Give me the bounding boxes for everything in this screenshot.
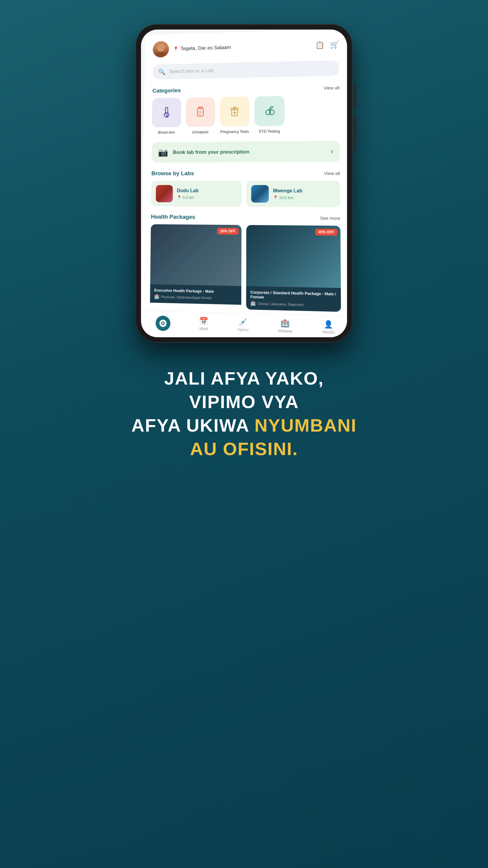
prescription-banner[interactable]: 📷 Book lab from your prescription › (152, 141, 340, 162)
tagline-line2: VIPIMO VYA (189, 392, 299, 412)
search-icon: 🔍 (158, 68, 166, 76)
executive-pkg-img: 20% OFF (150, 224, 241, 286)
camera-icon: 📷 (158, 147, 168, 157)
dudu-lab-distance: 📍 5.0 km (177, 195, 198, 199)
search-bar[interactable]: 🔍 Search test or a Lab (153, 60, 339, 80)
packages-title: Health Packages (151, 213, 195, 220)
category-std[interactable]: STD Testing (254, 96, 284, 133)
corporate-discount-badge: 45% OFF (315, 229, 337, 236)
services-icon-2: 🏥 (250, 301, 255, 306)
dudu-lab-img (156, 185, 173, 202)
madawa-icon: 🏥 (281, 319, 290, 328)
header-icons: 📋 🛒 (315, 40, 339, 50)
tagline-highlight1: NYUMBANI (255, 415, 357, 435)
phone-btn-right-top (354, 84, 356, 108)
blood-test-label: Blood test (158, 130, 175, 134)
nav-item-madawa[interactable]: 🏥 Madawa (278, 318, 293, 335)
vipimo-icon: 💉 (238, 318, 247, 327)
executive-discount-badge: 20% OFF (217, 228, 238, 235)
std-label: STD Testing (259, 129, 280, 134)
packages-header: Health Packages See more (151, 213, 340, 221)
dudu-lab-info: Dudu Lab 📍 5.0 km (177, 188, 198, 199)
executive-pkg-name: Executive Health Package - Male (154, 288, 237, 294)
distance-pin-icon: 📍 (177, 195, 182, 199)
miadi-icon: 📅 (199, 317, 208, 326)
wasifu-label: Wasiifu (322, 330, 335, 335)
phone-wrapper: 📍 Tegeta, Dar es Salaam 📋 🛒 🔍 Search tes… (135, 24, 352, 343)
chevron-right-icon: › (331, 147, 333, 155)
tagline-line4: AU OFISINI. (190, 439, 298, 459)
search-section: 🔍 Search test or a Lab (144, 58, 347, 84)
phone-frame: 📍 Tegeta, Dar es Salaam 📋 🛒 🔍 Search tes… (135, 24, 352, 343)
corporate-pkg-name: Corporate / Standard Health Package - Ma… (250, 290, 336, 301)
svg-rect-4 (197, 108, 203, 116)
tagline-line1: JALI AFYA YAKO, (164, 368, 324, 389)
bottom-tagline: JALI AFYA YAKO, VIPIMO VYA AFYA UKIWA NY… (101, 367, 387, 461)
home-icon-active (156, 315, 171, 331)
category-pregnancy[interactable]: Pregnancy Tests (220, 96, 250, 134)
mwenge-lab-distance: 📍 10.0 km (273, 195, 302, 200)
labs-header: Browse by Labs View all (152, 170, 340, 177)
categories-title: Categories (153, 87, 181, 94)
services-icon-1: 🏥 (154, 294, 159, 299)
mwenge-lab-name: Mwenge Lab (273, 188, 302, 193)
prescription-icon-header[interactable]: 📋 (315, 41, 325, 49)
avatar[interactable] (153, 41, 169, 58)
miadi-label: Miadi (199, 327, 208, 331)
mwenge-lab-info: Mwenge Lab 📍 10.0 km (273, 188, 302, 200)
location-text: Tegeta, Dar es Salaam (181, 44, 231, 52)
corporate-pkg-info: Corporate / Standard Health Package - Ma… (246, 286, 341, 312)
header: 📍 Tegeta, Dar es Salaam 📋 🛒 (144, 30, 347, 62)
pregnancy-icon-box (220, 96, 250, 127)
package-card-corporate[interactable]: 45% OFF Corporate / Standard Health Pack… (246, 225, 341, 312)
nav-item-wasifu[interactable]: 👤 Wasiifu (322, 320, 335, 336)
svg-point-18 (270, 107, 272, 108)
mwenge-lab-img (251, 185, 269, 203)
tagline-text: JALI AFYA YAKO, VIPIMO VYA AFYA UKIWA NY… (131, 367, 357, 461)
phone-btn-right-bottom (354, 115, 356, 151)
urinalysis-icon-box (186, 97, 215, 127)
svg-point-19 (272, 106, 273, 107)
packages-see-more[interactable]: See more (320, 215, 340, 221)
labs-title: Browse by Labs (152, 170, 194, 177)
vipimo-label: Vipimo (237, 328, 249, 332)
nav-item-vipimo[interactable]: 💉 Vipimo (237, 318, 249, 333)
std-icon-box (254, 96, 284, 126)
categories-header: Categories View all (153, 84, 339, 94)
executive-services-text: Physician, Ophthalmologist Dentist (161, 295, 212, 300)
corporate-pkg-img: 45% OFF (246, 225, 341, 288)
executive-pkg-info: Executive Health Package - Male 🏥 Physic… (150, 284, 241, 305)
lab-card-mwenge[interactable]: Mwenge Lab 📍 10.0 km (247, 181, 340, 207)
categories-section: Categories View all (144, 81, 347, 138)
category-urinalysis[interactable]: Urinalysis (186, 97, 215, 134)
package-card-executive[interactable]: 20% OFF Executive Health Package - Male … (150, 224, 241, 310)
pregnancy-label: Pregnancy Tests (220, 129, 249, 134)
pin-icon: 📍 (173, 46, 178, 52)
cart-icon[interactable]: 🛒 (330, 40, 339, 49)
categories-view-all[interactable]: View all (324, 85, 339, 90)
prescription-left: 📷 Book lab from your prescription (158, 147, 250, 157)
distance-pin-icon-2: 📍 (273, 195, 278, 200)
prescription-text: Book lab from your prescription (173, 149, 250, 155)
packages-row: 20% OFF Executive Health Package - Male … (150, 224, 341, 312)
madawa-label: Madawa (278, 329, 293, 333)
corporate-pkg-services: 🏥 Clinical, Laboratory, Diagnostic (250, 301, 336, 308)
packages-section: Health Packages See more 20% OFF Executi… (141, 210, 347, 315)
corporate-services-text: Clinical, Laboratory, Diagnostic (258, 302, 304, 307)
svg-rect-0 (165, 107, 168, 114)
nav-item-miadi[interactable]: 📅 Miadi (199, 317, 208, 333)
category-blood-test[interactable]: Blood test (152, 98, 181, 135)
urinalysis-label: Urinalysis (192, 130, 208, 134)
screen-content: 📍 Tegeta, Dar es Salaam 📋 🛒 🔍 Search tes… (141, 30, 347, 337)
svg-point-15 (269, 110, 274, 115)
nav-item-home[interactable] (156, 315, 171, 331)
labs-row: Dudu Lab 📍 5.0 km Mwenge Lab (151, 181, 340, 207)
categories-row: Blood test (152, 95, 340, 135)
location-area: 📍 Tegeta, Dar es Salaam (169, 42, 315, 52)
blood-test-icon-box (152, 98, 181, 127)
executive-pkg-services: 🏥 Physician, Ophthalmologist Dentist (154, 294, 237, 301)
dudu-lab-name: Dudu Lab (177, 188, 198, 193)
labs-view-all[interactable]: View all (324, 170, 340, 176)
wasifu-icon: 👤 (324, 320, 333, 329)
lab-card-dudu[interactable]: Dudu Lab 📍 5.0 km (151, 181, 242, 207)
